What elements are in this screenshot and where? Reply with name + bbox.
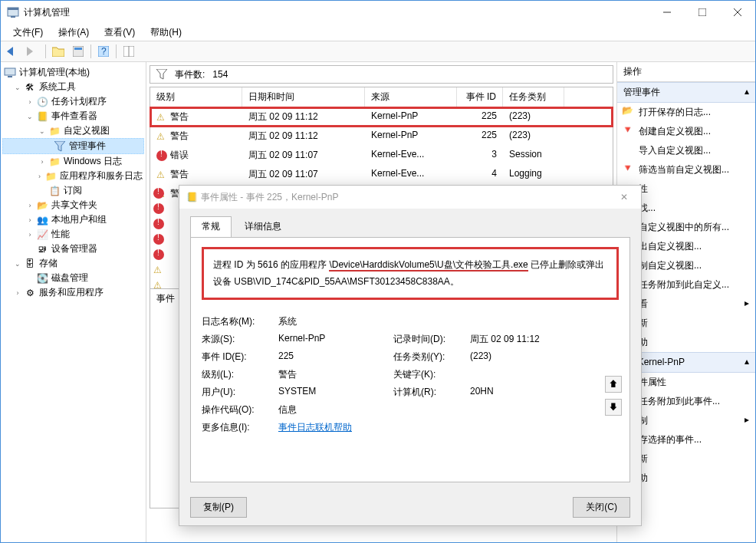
prop-eventid-label: 事件 ID(E): <box>202 350 278 364</box>
nav-forward-button[interactable] <box>24 43 42 60</box>
expand-icon[interactable]: › <box>25 230 35 239</box>
tree-device-manager[interactable]: 🖳设备管理器 <box>2 242 144 256</box>
table-row[interactable]: 错误周五 02 09 11:07Kernel-Eve...3Session <box>150 146 613 165</box>
error-icon <box>156 150 167 161</box>
tab-details[interactable]: 详细信息 <box>233 216 293 237</box>
action-open-saved-log[interactable]: 📂打开保存的日志... <box>617 103 755 122</box>
copy-button[interactable]: 复制(P) <box>190 497 247 518</box>
error-icon <box>153 203 164 214</box>
expand-icon[interactable]: › <box>25 97 35 107</box>
warning-icon <box>156 112 167 123</box>
nav-tree[interactable]: 计算机管理(本地) ⌄🛠系统工具 ›🕒任务计划程序 ⌄📒事件查看器 ⌄📁自定义视… <box>1 62 146 542</box>
menu-action[interactable]: 操作(A) <box>51 25 97 41</box>
table-row[interactable]: 警告周五 02 09 11:07Kernel-Eve...4Logging <box>150 165 613 184</box>
tree-root[interactable]: 计算机管理(本地) <box>2 65 144 80</box>
col-source[interactable]: 来源 <box>365 87 457 107</box>
col-time[interactable]: 日期和时间 <box>242 87 365 107</box>
users-icon: 👥 <box>36 214 48 226</box>
expand-icon[interactable]: › <box>25 216 35 225</box>
event-message: 进程 ID 为 5616 的应用程序 \Device\HarddiskVolum… <box>202 247 619 300</box>
funnel-icon: 🔻 <box>622 163 634 175</box>
dialog-close-button[interactable]: 关闭(C) <box>573 497 630 518</box>
expand-icon[interactable]: › <box>38 157 47 166</box>
prop-keywords-label: 关键字(K): <box>393 368 470 381</box>
collapse-icon[interactable]: ⌄ <box>25 112 35 121</box>
tool-properties-icon[interactable] <box>69 43 87 60</box>
expand-icon[interactable]: › <box>25 201 35 210</box>
prev-event-button[interactable]: 🡅 <box>605 376 622 393</box>
actions-group-1[interactable]: 管理事件▴ <box>617 82 755 103</box>
prop-opcode-value: 信息 <box>278 403 393 416</box>
collapse-icon[interactable]: ▴ <box>744 356 749 369</box>
action-filter-current[interactable]: 🔻筛选当前自定义视图... <box>617 160 755 179</box>
event-path: \Device\HarddiskVolume5\U盘\文件校验工具.exe <box>329 259 528 272</box>
nav-back-button[interactable] <box>4 43 22 60</box>
svg-rect-2 <box>11 16 15 18</box>
next-event-button[interactable]: 🡇 <box>605 399 622 416</box>
menu-file[interactable]: 文件(F) <box>5 25 51 41</box>
table-row[interactable]: 警告周五 02 09 11:12Kernel-PnP225(223) <box>150 107 613 127</box>
prop-eventid-value: 225 <box>278 350 393 364</box>
svg-rect-14 <box>8 76 12 77</box>
tree-admin-events[interactable]: 管理事件 <box>2 138 144 154</box>
tree-local-users[interactable]: ›👥本地用户和组 <box>2 212 144 227</box>
tool-help-icon[interactable]: ? <box>94 43 113 60</box>
filter-bar: 事件数: 154 <box>150 65 613 84</box>
collapse-icon[interactable]: ⌄ <box>13 259 22 268</box>
collapse-icon[interactable]: ⌄ <box>13 83 22 92</box>
app-icon <box>7 6 19 18</box>
col-category[interactable]: 任务类别 <box>503 87 564 107</box>
prop-computer-value: 20HN <box>470 386 585 399</box>
expand-icon[interactable]: › <box>13 288 22 298</box>
tree-event-viewer[interactable]: ⌄📒事件查看器 <box>2 109 144 123</box>
table-header: 级别 日期和时间 来源 事件 ID 任务类别 <box>150 87 613 107</box>
tree-app-logs[interactable]: ›📁应用程序和服务日志 <box>2 169 144 183</box>
tree-task-scheduler[interactable]: ›🕒任务计划程序 <box>2 94 144 109</box>
menu-view[interactable]: 查看(V) <box>97 25 143 41</box>
tab-general[interactable]: 常规 <box>190 216 232 237</box>
prop-source-label: 来源(S): <box>202 333 278 346</box>
action-create-view[interactable]: 🔻创建自定义视图... <box>617 122 755 141</box>
close-button[interactable] <box>720 1 755 24</box>
col-id[interactable]: 事件 ID <box>457 87 503 107</box>
prop-moreinfo-label: 更多信息(I): <box>202 421 278 434</box>
collapse-icon[interactable]: ⌄ <box>38 127 47 136</box>
folder-icon: 📁 <box>45 170 57 183</box>
maximize-button[interactable] <box>685 1 720 24</box>
prop-source-value: Kernel-PnP <box>278 333 393 346</box>
storage-icon: 🗄 <box>24 258 36 270</box>
online-help-link[interactable]: 事件日志联机帮助 <box>278 422 352 433</box>
event-properties-dialog: 📒 事件属性 - 事件 225，Kernel-PnP ✕ 常规 详细信息 进程 … <box>179 185 642 526</box>
folder-open-icon: 📂 <box>622 105 634 117</box>
svg-rect-13 <box>5 68 15 75</box>
dialog-close-icon[interactable]: ✕ <box>613 192 635 202</box>
funnel-add-icon: 🔻 <box>622 124 634 137</box>
tool-panels-icon[interactable] <box>120 43 138 60</box>
tree-subscriptions[interactable]: 📋订阅 <box>2 183 144 198</box>
collapse-icon[interactable]: ▴ <box>744 86 749 99</box>
property-grid: 日志名称(M):系统 来源(S):Kernel-PnP 记录时间(D):周五 0… <box>202 315 619 434</box>
tree-performance[interactable]: ›📈性能 <box>2 227 144 242</box>
sub-icon: 📋 <box>48 185 61 197</box>
prop-user-value: SYSTEM <box>278 386 393 399</box>
tree-storage[interactable]: ⌄🗄存储 <box>2 256 144 271</box>
expand-icon[interactable]: › <box>35 172 44 181</box>
tree-windows-logs[interactable]: ›📁Windows 日志 <box>2 154 144 169</box>
menu-help[interactable]: 帮助(H) <box>143 25 189 41</box>
event-count-label: 事件数: <box>175 68 205 81</box>
tree-system-tools[interactable]: ⌄🛠系统工具 <box>2 80 144 94</box>
tree-services-apps[interactable]: ›⚙服务和应用程序 <box>2 285 144 300</box>
tool-folder-icon[interactable] <box>49 43 67 60</box>
minimize-button[interactable] <box>649 1 685 24</box>
col-level[interactable]: 级别 <box>150 87 242 107</box>
tree-disk-management[interactable]: 💽磁盘管理 <box>2 271 144 285</box>
error-icon <box>153 234 164 245</box>
book-icon: 📒 <box>186 191 198 203</box>
dialog-titlebar: 📒 事件属性 - 事件 225，Kernel-PnP ✕ <box>179 186 641 209</box>
table-row[interactable]: 警告周五 02 09 11:12Kernel-PnP225(223) <box>150 127 613 146</box>
action-import-view[interactable]: 导入自定义视图... <box>617 141 755 160</box>
tree-shared-folders[interactable]: ›📂共享文件夹 <box>2 198 144 212</box>
toolbar: ? <box>1 41 755 62</box>
tree-custom-views[interactable]: ⌄📁自定义视图 <box>2 123 144 138</box>
prop-taskcat-value: (223) <box>470 350 585 364</box>
